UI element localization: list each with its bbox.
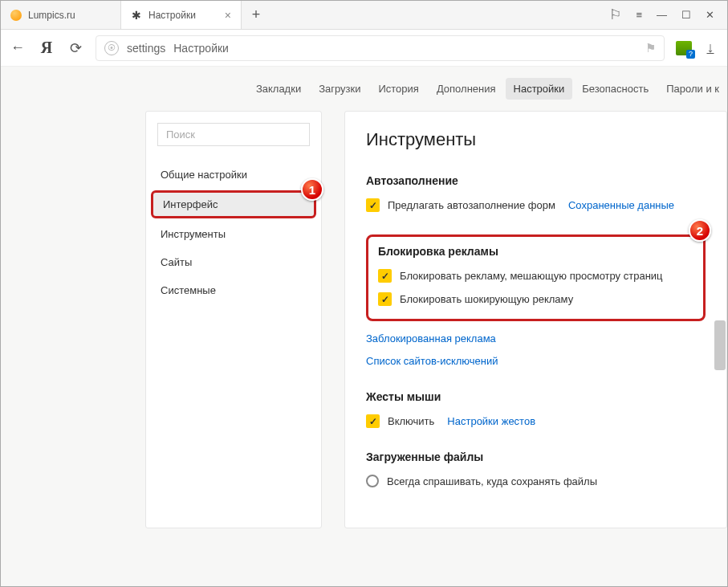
section-downloads: Загруженные файлы Всегда спрашивать, куд… — [366, 450, 706, 487]
section-adblock: 2 Блокировка рекламы Блокировать рекламу… — [366, 234, 706, 368]
topnav-bookmarks[interactable]: Закладки — [248, 78, 309, 100]
annotation-badge-1: 1 — [301, 178, 323, 201]
menu-icon[interactable]: ≡ — [636, 9, 642, 21]
address-bar[interactable]: ⦿ settings Настройки ⚑ — [96, 35, 665, 61]
checkbox-label: Предлагать автозаполнение форм — [388, 199, 555, 211]
radio-label: Всегда спрашивать, куда сохранять файлы — [387, 475, 597, 487]
radio-always-ask[interactable] — [366, 475, 379, 487]
reload-button[interactable]: ⟳ — [67, 39, 84, 57]
topnav-settings[interactable]: Настройки — [506, 78, 573, 100]
tab-settings[interactable]: Настройки × — [121, 1, 242, 29]
link-gesture-settings[interactable]: Настройки жестов — [447, 415, 535, 427]
sidebar-search-input[interactable]: Поиск — [157, 123, 310, 146]
sidebar-item-general[interactable]: Общие настройки — [146, 161, 321, 189]
link-exception-sites[interactable]: Список сайтов-исключений — [366, 355, 498, 367]
tab-strip: Lumpics.ru Настройки × + — [1, 1, 596, 29]
sidebar-item-interface[interactable]: Интерфейс 1 — [151, 190, 316, 218]
bookmarks-icon[interactable]: ⚐ — [609, 6, 621, 23]
maximize-icon[interactable]: ☐ — [681, 9, 691, 21]
checkbox-block-shocking[interactable] — [378, 292, 392, 306]
yandex-home-button[interactable]: Я — [38, 39, 55, 57]
browser-titlebar: Lumpics.ru Настройки × + ⚐ ≡ — ☐ ✕ — [1, 1, 727, 30]
tab-title: Lumpics.ru — [28, 10, 75, 21]
scrollbar-thumb[interactable] — [714, 320, 726, 370]
address-prefix: settings — [127, 42, 165, 55]
checkbox-autofill[interactable] — [366, 198, 380, 212]
scrollbar[interactable] — [714, 173, 726, 574]
link-saved-data[interactable]: Сохраненные данные — [568, 199, 674, 211]
sidebar-item-system[interactable]: Системные — [146, 276, 321, 304]
tab-title: Настройки — [148, 10, 196, 21]
gear-icon — [131, 10, 142, 21]
page-title: Инструменты — [366, 129, 706, 150]
link-blocked-ads[interactable]: Заблокированная реклама — [366, 332, 496, 344]
checkbox-label: Блокировать шокирующую рекламу — [400, 293, 573, 305]
topnav-passwords[interactable]: Пароли и к — [658, 78, 727, 100]
minimize-icon[interactable]: — — [657, 9, 667, 21]
settings-page: Закладки Загрузки История Дополнения Нас… — [1, 67, 727, 586]
browser-toolbar: ← Я ⟳ ⦿ settings Настройки ⚑ ↓ — [1, 30, 727, 67]
back-button[interactable]: ← — [9, 39, 26, 56]
tab-lumpics[interactable]: Lumpics.ru — [1, 1, 121, 29]
topnav-security[interactable]: Безопасность — [574, 78, 657, 100]
section-heading: Блокировка рекламы — [378, 245, 693, 258]
downloads-icon[interactable]: ↓ — [702, 39, 719, 56]
settings-main: Инструменты Автозаполнение Предлагать ав… — [344, 111, 727, 528]
topnav-extensions[interactable]: Дополнения — [429, 78, 504, 100]
bookmark-icon[interactable]: ⚑ — [645, 41, 656, 55]
address-page: Настройки — [173, 42, 229, 55]
sidebar-item-tools[interactable]: Инструменты — [146, 220, 321, 248]
close-window-icon[interactable]: ✕ — [706, 9, 714, 21]
checkbox-gestures-enable[interactable] — [366, 414, 380, 428]
globe-icon: ⦿ — [104, 41, 119, 55]
checkbox-label: Блокировать рекламу, мешающую просмотру … — [400, 270, 663, 282]
checkbox-block-intrusive[interactable] — [378, 269, 392, 283]
checkbox-label: Включить — [388, 415, 434, 427]
close-icon[interactable]: × — [225, 9, 231, 22]
section-heading: Загруженные файлы — [366, 450, 706, 463]
topnav-history[interactable]: История — [370, 78, 426, 100]
settings-sidebar: Поиск Общие настройки Интерфейс 1 Инстру… — [145, 111, 322, 528]
section-heading: Жесты мыши — [366, 390, 706, 403]
section-autofill: Автозаполнение Предлагать автозаполнение… — [366, 174, 706, 212]
new-tab-button[interactable]: + — [242, 1, 270, 29]
sidebar-item-label: Интерфейс — [163, 198, 218, 210]
highlight-box-adblock: 2 Блокировка рекламы Блокировать рекламу… — [366, 234, 706, 321]
window-controls: ⚐ ≡ — ☐ ✕ — [596, 6, 727, 23]
topnav-downloads[interactable]: Загрузки — [311, 78, 368, 100]
annotation-badge-2: 2 — [689, 219, 711, 242]
sidebar-item-sites[interactable]: Сайты — [146, 248, 321, 276]
orange-dot-icon — [10, 10, 22, 21]
section-gestures: Жесты мыши Включить Настройки жестов — [366, 390, 706, 428]
settings-topnav: Закладки Загрузки История Дополнения Нас… — [1, 67, 727, 111]
protect-icon[interactable] — [676, 41, 692, 55]
section-heading: Автозаполнение — [366, 174, 706, 187]
